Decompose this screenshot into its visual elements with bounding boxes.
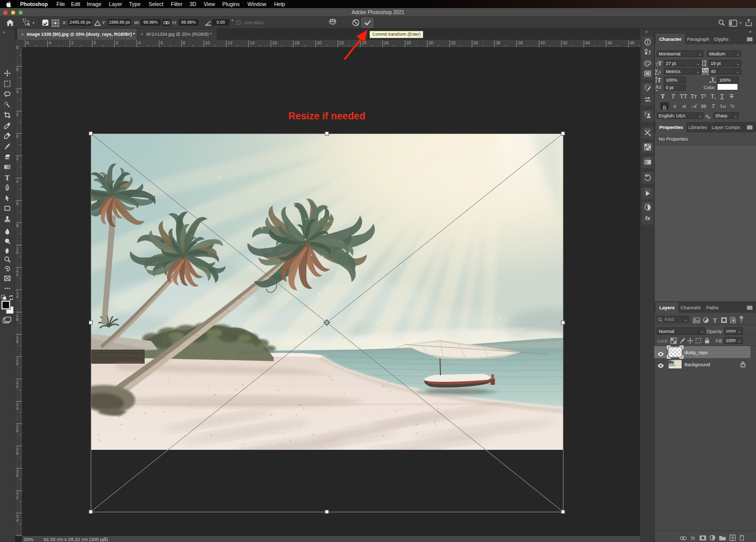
svg-text:a: a xyxy=(659,84,661,89)
svg-text:A: A xyxy=(655,84,659,90)
svg-text:A: A xyxy=(658,70,661,75)
svg-text:fx: fx xyxy=(691,535,696,541)
svg-text:T: T xyxy=(657,77,661,84)
svg-text:T: T xyxy=(5,174,10,181)
svg-text:fx: fx xyxy=(645,215,651,221)
svg-text:T: T xyxy=(711,76,715,82)
svg-text:A: A xyxy=(704,63,707,67)
svg-text:T: T xyxy=(658,60,662,66)
svg-text:T: T xyxy=(713,317,717,323)
svg-text:VA: VA xyxy=(703,68,709,73)
